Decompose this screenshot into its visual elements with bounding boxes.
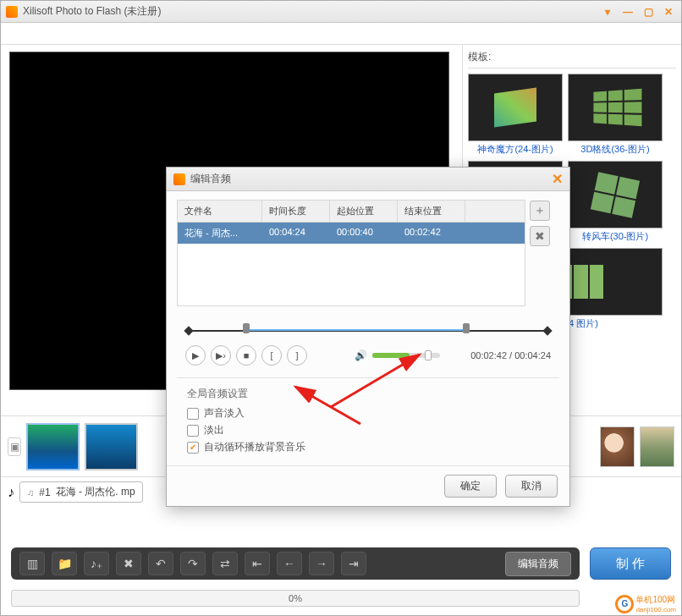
add-image-button[interactable]: ▥ bbox=[19, 552, 45, 575]
add-folder-button[interactable]: 📁 bbox=[52, 552, 77, 575]
fadeout-checkbox[interactable]: 淡出 bbox=[187, 423, 549, 437]
progress-bar: 0% bbox=[11, 590, 580, 607]
photo-thumb[interactable] bbox=[85, 423, 138, 470]
watermark: G 单机100网danji100.com bbox=[615, 594, 676, 613]
move-left-button[interactable]: ← bbox=[277, 552, 302, 575]
play-range-button[interactable]: ▶› bbox=[211, 345, 231, 366]
player-controls: ▶ ▶› ■ [ ] 🔊 00:02:42 / 00:04:24 bbox=[185, 345, 551, 366]
remove-track-button[interactable]: ✖ bbox=[530, 226, 550, 246]
col-duration: 时间长度 bbox=[262, 201, 330, 222]
dialog-title: 编辑音频 bbox=[190, 172, 552, 186]
cell-duration: 00:04:24 bbox=[262, 223, 330, 244]
audio-track[interactable]: ♫ #1 花海 - 周杰伦. mp bbox=[19, 481, 143, 503]
cell-end: 00:02:42 bbox=[398, 223, 465, 244]
photo-thumb[interactable] bbox=[600, 426, 635, 467]
volume-slider[interactable] bbox=[372, 353, 440, 358]
ok-button[interactable]: 确定 bbox=[444, 475, 497, 498]
move-last-button[interactable]: ⇥ bbox=[341, 552, 366, 575]
audio-table: 文件名 时间长度 起始位置 结束位置 花海 - 周杰... 00:04:24 0… bbox=[177, 200, 525, 306]
rotate-left-button[interactable]: ↶ bbox=[148, 552, 173, 575]
mark-start-button[interactable]: [ bbox=[261, 345, 282, 366]
close-button[interactable]: ✕ bbox=[661, 6, 676, 18]
end-marker[interactable] bbox=[463, 323, 470, 333]
timeline[interactable] bbox=[185, 322, 551, 337]
template-label: 神奇魔方(24-图片) bbox=[468, 143, 563, 156]
cancel-button[interactable]: 取消 bbox=[505, 475, 558, 498]
app-icon bbox=[6, 6, 18, 18]
photo-thumb[interactable] bbox=[26, 423, 80, 470]
template-item[interactable]: 3D格线(36-图片) bbox=[568, 74, 663, 156]
cell-filename: 花海 - 周杰... bbox=[178, 223, 262, 244]
make-button[interactable]: 制 作 bbox=[590, 547, 671, 580]
play-button[interactable]: ▶ bbox=[185, 345, 206, 366]
loop-checkbox[interactable]: ✔自动循环播放背景音乐 bbox=[187, 440, 549, 454]
volume-icon[interactable]: 🔊 bbox=[355, 349, 367, 361]
add-track-button[interactable]: ＋ bbox=[530, 201, 550, 221]
shuffle-button[interactable]: ⇄ bbox=[212, 552, 238, 575]
photo-thumb[interactable] bbox=[640, 426, 674, 467]
global-audio-settings: 全局音频设置 声音淡入 淡出 ✔自动循环播放背景音乐 bbox=[177, 377, 559, 465]
app-icon bbox=[173, 173, 185, 185]
template-label: 3D格线(36-图片) bbox=[568, 143, 663, 156]
dialog-titlebar: 编辑音频 ✕ bbox=[167, 168, 569, 191]
dropdown-icon[interactable]: ▾ bbox=[600, 6, 615, 18]
note-icon: ♫ bbox=[27, 487, 34, 498]
move-right-button[interactable]: → bbox=[309, 552, 334, 575]
rotate-right-button[interactable]: ↷ bbox=[180, 552, 206, 575]
col-start: 起始位置 bbox=[330, 201, 398, 222]
track-name: 花海 - 周杰伦. mp bbox=[56, 485, 135, 499]
col-end: 结束位置 bbox=[398, 201, 465, 222]
track-index: #1 bbox=[39, 487, 50, 498]
template-label: 转风车(30-图片) bbox=[568, 230, 663, 243]
edit-audio-dialog: 编辑音频 ✕ 文件名 时间长度 起始位置 结束位置 花海 - 周杰... 00:… bbox=[166, 167, 570, 507]
titlebar: Xilisoft Photo to Flash (未注册) ▾ — ▢ ✕ bbox=[1, 1, 681, 23]
cell-start: 00:00:40 bbox=[330, 223, 398, 244]
settings-group-label: 全局音频设置 bbox=[187, 387, 549, 401]
time-display: 00:02:42 / 00:04:24 bbox=[470, 350, 551, 360]
add-music-button[interactable]: ♪₊ bbox=[84, 552, 109, 575]
move-first-button[interactable]: ⇤ bbox=[245, 552, 270, 575]
col-filename: 文件名 bbox=[178, 201, 262, 222]
table-header: 文件名 时间长度 起始位置 结束位置 bbox=[178, 201, 525, 223]
toolbar bbox=[1, 23, 681, 45]
window-title: Xilisoft Photo to Flash (未注册) bbox=[23, 4, 600, 19]
template-item[interactable]: 转风车(30-图片) bbox=[568, 161, 663, 243]
bottom-toolbar: ▥ 📁 ♪₊ ✖ ↶ ↷ ⇄ ⇤ ← → ⇥ 编辑音频 bbox=[11, 547, 580, 580]
templates-header: 模板: bbox=[468, 48, 676, 69]
edit-audio-button[interactable]: 编辑音频 bbox=[505, 552, 571, 576]
mark-end-button[interactable]: ] bbox=[287, 345, 307, 366]
template-item[interactable]: 神奇魔方(24-图片) bbox=[468, 74, 563, 156]
close-icon[interactable]: ✕ bbox=[552, 171, 563, 187]
music-icon[interactable]: ♪ bbox=[8, 485, 14, 500]
start-marker[interactable] bbox=[243, 323, 250, 333]
stop-button[interactable]: ■ bbox=[236, 345, 256, 366]
image-icon[interactable]: ▣ bbox=[8, 437, 21, 456]
table-row[interactable]: 花海 - 周杰... 00:04:24 00:00:40 00:02:42 bbox=[178, 223, 525, 244]
maximize-button[interactable]: ▢ bbox=[641, 6, 656, 18]
fadein-checkbox[interactable]: 声音淡入 bbox=[187, 406, 549, 421]
remove-button[interactable]: ✖ bbox=[116, 552, 141, 575]
minimize-button[interactable]: — bbox=[620, 6, 635, 18]
